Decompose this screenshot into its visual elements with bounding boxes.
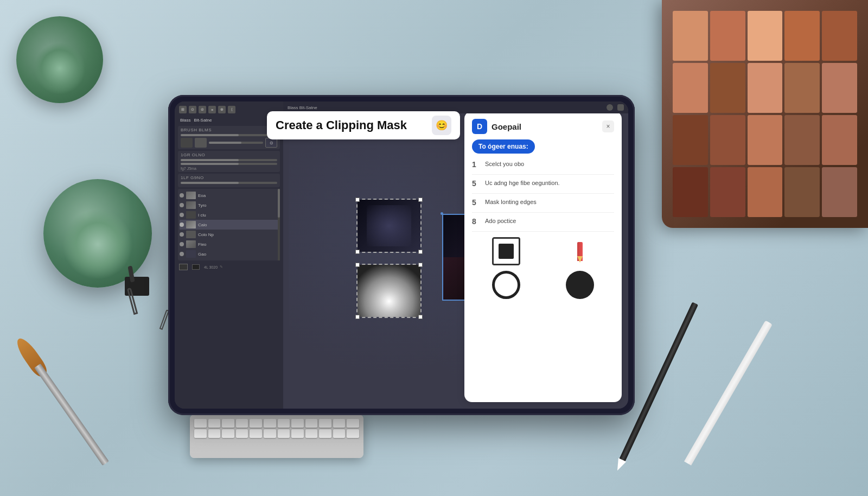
ps-menu: Blass Blt-Satne <box>178 117 280 124</box>
right-panel-header: D Goepail × <box>472 119 614 134</box>
ps-tool-icon[interactable]: ⟨ <box>228 106 235 113</box>
layer-item[interactable]: Gao <box>180 249 278 259</box>
layer-name: Tyro <box>198 203 207 208</box>
palette-swatch <box>748 63 783 113</box>
ps-slider[interactable] <box>209 142 263 144</box>
layer-name: I clu <box>198 213 206 218</box>
layer-visibility[interactable] <box>180 242 184 246</box>
key <box>305 419 318 428</box>
ps-tool-icon[interactable]: ≡ <box>208 106 216 113</box>
layer-visibility[interactable] <box>180 193 184 198</box>
ps-preview <box>181 138 193 148</box>
palette-swatch <box>748 11 783 61</box>
handle-tr[interactable] <box>418 198 423 202</box>
tool-circle-fill <box>566 271 594 299</box>
handle-tr-2[interactable] <box>418 263 423 267</box>
handle-br[interactable] <box>418 250 423 254</box>
palette-swatch <box>673 115 708 165</box>
key <box>264 429 276 438</box>
key <box>264 419 276 428</box>
photoshop-sidebar: ⊞ ⊙ ⊘ ≡ ⊕ ⟨ Blass Blt-Satne Brush Blms <box>175 101 283 409</box>
layer-item[interactable]: Calo <box>180 220 278 230</box>
ps-panel-1: Brush Blms ⊙ <box>178 126 280 149</box>
tool-circle-outline-item[interactable] <box>472 271 540 299</box>
ps-slider-4[interactable] <box>181 182 277 184</box>
tablet-screen: ⊞ ⊙ ⊘ ≡ ⊕ ⟨ Blass Blt-Satne Brush Blms <box>175 101 628 409</box>
palette-swatch <box>822 115 857 165</box>
layer-thumb <box>186 240 196 248</box>
step-2: 5 Uc adng hge fibe oeguntion. <box>472 179 614 188</box>
ps-panel-title: Brush Blms <box>181 128 277 132</box>
ps-scrollbar[interactable] <box>278 189 280 260</box>
palette-swatch <box>784 115 820 165</box>
ps-slider[interactable] <box>181 134 277 136</box>
key <box>291 419 304 428</box>
divider-3 <box>472 212 614 213</box>
layer-item[interactable]: Fleo <box>180 239 278 249</box>
img-box-top[interactable] <box>356 199 422 253</box>
handle-tl-2[interactable] <box>355 263 360 267</box>
step-1: 1 Scelct you obo <box>472 160 614 169</box>
key <box>208 429 221 438</box>
ps-topbar-label: Blass Blt-Satne <box>288 105 317 110</box>
ps-tool-icon[interactable]: ⊘ <box>199 106 206 113</box>
layer-name: Fleo <box>198 242 207 247</box>
panel-tag[interactable]: To ógeer enuas: <box>472 139 535 154</box>
palette-swatch <box>710 167 745 217</box>
makeup-palette <box>662 0 868 228</box>
handle-bl[interactable] <box>355 250 360 254</box>
layer-item[interactable]: Colo Np <box>180 230 278 239</box>
ps-slider-2[interactable] <box>181 159 277 161</box>
palette-swatch <box>748 167 783 217</box>
step-number-1: 1 <box>472 160 481 169</box>
ps-topbar-btn[interactable] <box>617 104 624 111</box>
ps-tool-icon[interactable]: ⊕ <box>218 106 226 113</box>
ps-layers-panel: 1lf G9no <box>178 174 280 187</box>
key <box>319 429 331 438</box>
fg-color[interactable] <box>179 264 188 270</box>
tool-square-item[interactable] <box>472 237 540 265</box>
ps-tool-icon[interactable]: ⊙ <box>189 106 196 113</box>
ps-info: ✎ <box>220 265 223 269</box>
close-button[interactable]: × <box>602 120 614 132</box>
img-fill-texture <box>358 200 420 252</box>
right-panel: D Goepail × To ógeer enuas: 1 Scelct you… <box>464 111 622 402</box>
layer-visibility[interactable] <box>180 213 184 217</box>
palette-swatch <box>710 63 745 113</box>
key <box>333 419 346 428</box>
tool-circle-fill-item[interactable] <box>546 271 614 299</box>
layer-visibility[interactable] <box>180 252 184 256</box>
layer-item[interactable]: Tyro <box>180 200 278 210</box>
tool-square-inner <box>499 244 514 259</box>
tool-pencil-item[interactable] <box>546 237 614 265</box>
step-number-4: 8 <box>472 217 481 226</box>
page-title: Create a Clipping Mask <box>276 118 432 132</box>
layer-item[interactable]: I clu <box>180 210 278 220</box>
layer-visibility[interactable] <box>180 232 184 237</box>
key <box>333 429 346 438</box>
ps-toolbar: ⊞ ⊙ ⊘ ≡ ⊕ ⟨ <box>178 105 280 115</box>
key <box>236 429 248 438</box>
ps-menu-item[interactable]: Blass <box>180 118 191 123</box>
palette-swatch <box>784 11 820 61</box>
ps-tool-icon[interactable]: ⊞ <box>179 106 187 113</box>
ps-topbar-btn[interactable] <box>607 104 613 111</box>
layer-visibility[interactable] <box>180 222 184 227</box>
step-text-3: Mask lonting edges <box>485 198 537 206</box>
palette-swatch <box>673 167 708 217</box>
bg-color[interactable] <box>192 264 200 270</box>
step-3: 5 Mask lonting edges <box>472 198 614 207</box>
title-icon[interactable]: 😊 <box>432 116 451 135</box>
handle-tl[interactable] <box>355 198 360 202</box>
smile-icon: 😊 <box>436 119 448 131</box>
layer-visibility[interactable] <box>180 203 184 207</box>
key <box>222 429 234 438</box>
key <box>291 429 304 438</box>
ps-slider-3[interactable] <box>181 163 277 165</box>
layer-item[interactable]: Eoa <box>180 190 278 200</box>
img-box-bottom[interactable] <box>356 264 422 318</box>
handle-bl-2[interactable] <box>355 315 360 319</box>
palette-swatch <box>822 167 857 217</box>
handle-br-2[interactable] <box>418 315 423 319</box>
ps-menu-item[interactable]: Blt-Satne <box>194 118 212 123</box>
